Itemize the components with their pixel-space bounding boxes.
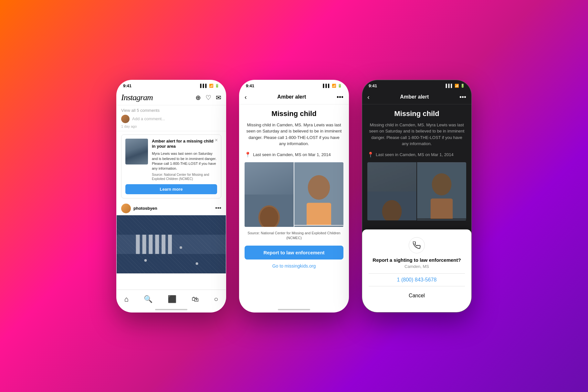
back-button-3[interactable]: ‹ (367, 93, 370, 101)
status-icons-2: ▌▌▌ 📶 🔋 (323, 84, 342, 88)
feed-image-overlay (117, 215, 226, 273)
dark-photo-main (367, 162, 416, 220)
page-title-2: Amber alert (277, 94, 306, 100)
feed-image (117, 215, 226, 273)
comment-time: 1 day ago (121, 124, 221, 128)
detail-header-3: ‹ Amber alert ••• (362, 90, 471, 104)
photo-grid-2 (245, 162, 343, 227)
svg-rect-18 (294, 226, 343, 227)
missing-child-title-3: Missing child (367, 110, 466, 118)
location-text-3: Last seen in Camden, MS on Mar 1, 2014 (376, 152, 454, 157)
back-button-2[interactable]: ‹ (245, 93, 247, 101)
wifi-icon: 📶 (209, 84, 214, 88)
close-icon[interactable]: × (215, 137, 218, 143)
amber-card-title: Amber alert for a missing child in your … (152, 139, 217, 150)
report-button-2[interactable]: Report to law enforcement (245, 246, 343, 260)
add-icon[interactable]: ⊕ (195, 94, 201, 101)
phone-2: 9:41 ▌▌▌ 📶 🔋 ‹ Amber alert ••• Missing c… (239, 80, 349, 313)
comments-section: View all 5 comments Add a comment... 1 d… (117, 105, 226, 131)
page-title-3: Amber alert (400, 94, 429, 100)
dark-small-photo-1-svg (417, 162, 466, 219)
status-time-1: 9:41 (123, 83, 131, 88)
detail-body-2: Missing child Missing child in Camden, M… (239, 104, 349, 279)
home-indicator (155, 309, 187, 310)
nav-home-icon[interactable]: ⌂ (124, 295, 129, 303)
amber-alert-card: × Amber alert for a missing child in you… (121, 134, 221, 198)
feed-post-header: photosbyen ••• (117, 202, 226, 215)
more-button-3[interactable]: ••• (459, 93, 466, 101)
comment-avatar (121, 115, 130, 123)
comment-input[interactable]: Add a comment... (132, 116, 165, 121)
battery-icon: 🔋 (215, 84, 219, 88)
location-text-2: Last seen in Camden, MS on Mar 1, 2014 (253, 152, 331, 157)
missingkids-link-2[interactable]: Go to missingkids.org (245, 263, 343, 269)
phone-receiver-svg (413, 241, 421, 249)
status-bar-1: 9:41 ▌▌▌ 📶 🔋 (117, 80, 226, 90)
detail-header-2: ‹ Amber alert ••• (239, 90, 349, 104)
svg-rect-27 (417, 220, 466, 220)
missing-child-title-2: Missing child (245, 110, 343, 118)
missing-description-2: Missing child in Camden, MS. Myra Lewis … (245, 122, 343, 147)
small-photo-1-svg (294, 162, 343, 225)
dark-photo-small-bottom (417, 219, 466, 220)
learn-more-button[interactable]: Learn more (125, 184, 217, 194)
comment-input-row: Add a comment... (121, 115, 221, 123)
nav-profile-icon[interactable]: ○ (214, 295, 218, 303)
nav-shop-icon[interactable]: 🛍 (192, 295, 199, 303)
main-photo-svg (245, 162, 294, 227)
photo-small-top (294, 162, 343, 225)
phone-call-icon (409, 237, 425, 253)
report-question-text: Report a sighting to law enforcement? (369, 257, 465, 263)
status-bar-2: 9:41 ▌▌▌ 📶 🔋 (239, 80, 349, 90)
phone-number-button[interactable]: 1 (800) 843-5678 (369, 273, 465, 286)
messenger-icon[interactable]: ✉ (216, 94, 221, 101)
status-time-2: 9:41 (246, 83, 254, 88)
signal-icon-3: ▌▌▌ (446, 84, 453, 88)
instagram-header: Instagram ⊕ ♡ ✉ (117, 90, 226, 105)
svg-rect-26 (431, 198, 453, 219)
svg-point-25 (432, 173, 452, 195)
home-indicator-2 (278, 309, 310, 310)
amber-card-source: Source: National Center for Missing and … (152, 173, 217, 181)
instagram-header-icons: ⊕ ♡ ✉ (195, 94, 221, 101)
home-indicator-3 (401, 309, 433, 310)
feed-more-icon[interactable]: ••• (215, 205, 221, 212)
ncmec-source-2: Source: National Center for Missing and … (245, 231, 343, 241)
location-row-2: 📍 Last seen in Camden, MS on Mar 1, 2014 (245, 152, 343, 158)
cancel-button[interactable]: Cancel (369, 289, 465, 302)
svg-rect-17 (307, 203, 331, 225)
amber-thumbnail (125, 139, 148, 164)
signal-icon-2: ▌▌▌ (323, 84, 331, 88)
dark-detail-body: Missing child Missing child in Camden, M… (362, 104, 471, 226)
view-comments-link[interactable]: View all 5 comments (121, 108, 221, 113)
nav-search-icon[interactable]: 🔍 (144, 295, 152, 303)
amber-card-inner: Amber alert for a missing child in your … (125, 139, 217, 181)
status-icons-3: ▌▌▌ 📶 🔋 (446, 84, 465, 88)
feed-username[interactable]: photosbyen (133, 206, 157, 211)
dark-main-photo-svg (367, 162, 416, 220)
more-button-2[interactable]: ••• (337, 93, 343, 101)
missing-description-3: Missing child in Camden, MS. Myra Lewis … (367, 122, 466, 147)
status-icons-1: ▌▌▌ 📶 🔋 (200, 84, 219, 88)
feed-user-row: photosbyen (121, 204, 157, 213)
bottom-nav: ⌂ 🔍 ⬛ 🛍 ○ (117, 290, 226, 312)
phone-3: 9:41 ▌▌▌ 📶 🔋 ‹ Amber alert ••• Missing c… (362, 80, 472, 313)
location-pin-icon: 📍 (245, 152, 251, 158)
dark-photo-small-top (417, 162, 466, 219)
status-bar-3: 9:41 ▌▌▌ 📶 🔋 (362, 80, 471, 90)
location-pin-icon-3: 📍 (367, 152, 374, 158)
signal-icon: ▌▌▌ (200, 84, 208, 88)
dialog-location: Camden, MS (369, 264, 465, 269)
svg-point-16 (308, 175, 330, 200)
location-row-3: 📍 Last seen in Camden, MS on Mar 1, 2014 (367, 152, 466, 158)
heart-icon[interactable]: ♡ (205, 94, 211, 101)
wifi-icon-2: 📶 (332, 84, 336, 88)
phone-1: 9:41 ▌▌▌ 📶 🔋 Instagram ⊕ ♡ ✉ View all 5 … (116, 80, 226, 313)
dark-small-photo-2-svg (417, 219, 466, 220)
battery-icon-2: 🔋 (338, 84, 342, 88)
feed-post: photosbyen ••• (117, 202, 226, 273)
battery-icon-3: 🔋 (460, 84, 465, 88)
photo-main-2 (245, 162, 294, 227)
detail-scroll-2: Missing child Missing child in Camden, M… (239, 104, 349, 304)
nav-reels-icon[interactable]: ⬛ (168, 295, 176, 303)
